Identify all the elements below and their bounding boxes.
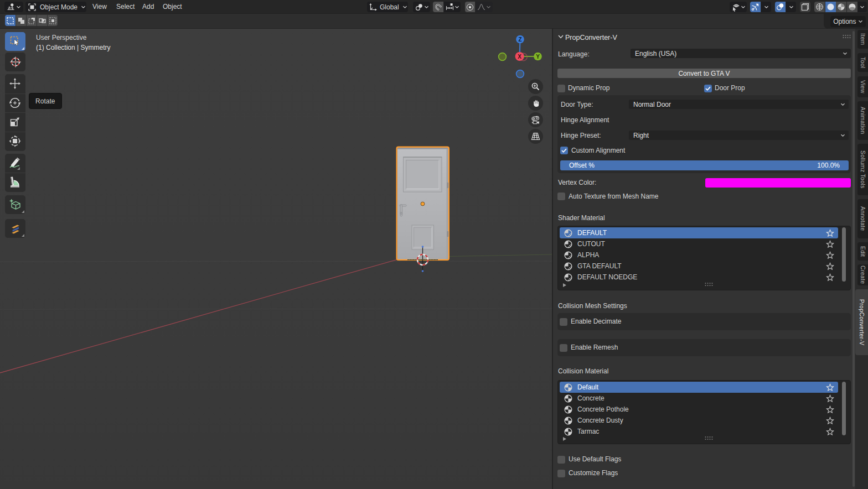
svg-text:Y: Y — [536, 54, 540, 60]
svg-text:Z: Z — [518, 37, 521, 43]
svg-text:X: X — [518, 54, 521, 60]
